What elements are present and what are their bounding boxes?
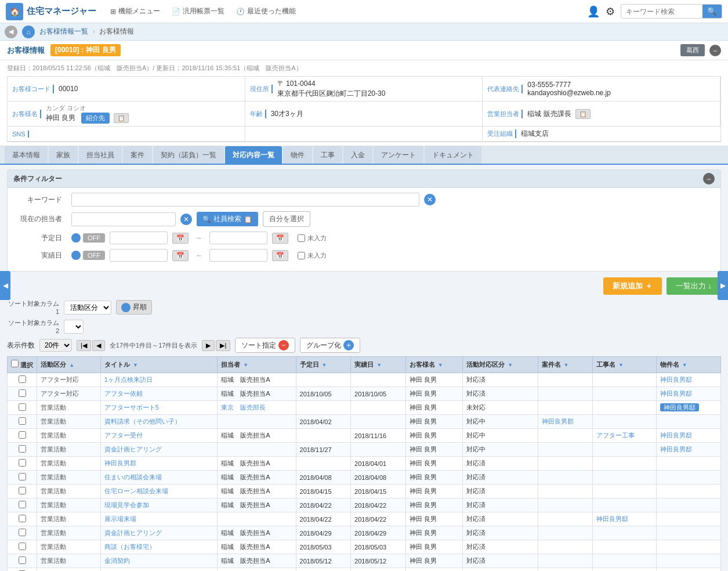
th-case-name[interactable]: 案件名 ▼ bbox=[538, 357, 592, 373]
th-actual[interactable]: 実績日 ▼ bbox=[351, 357, 406, 373]
breadcrumb-list[interactable]: お客様情報一覧 bbox=[39, 27, 88, 37]
title-link[interactable]: 住まいの相談会来場 bbox=[104, 474, 162, 480]
staff-input[interactable] bbox=[71, 212, 176, 226]
th-customer[interactable]: お客様名 ▼ bbox=[405, 357, 463, 373]
th-staff[interactable]: 担当者 ▼ bbox=[218, 357, 296, 373]
section-button[interactable]: 葛西 bbox=[680, 44, 705, 56]
tab-case[interactable]: 案件 bbox=[123, 146, 152, 164]
sort-col2-select[interactable] bbox=[64, 320, 84, 334]
row-checkbox[interactable] bbox=[19, 403, 26, 411]
tab-property[interactable]: 物件 bbox=[283, 146, 312, 164]
row-checkbox[interactable] bbox=[19, 389, 26, 397]
prev-page-btn[interactable]: ◀ bbox=[92, 340, 105, 351]
keyword-clear-btn[interactable]: ✕ bbox=[424, 194, 436, 205]
tab-family[interactable]: 家族 bbox=[49, 146, 78, 164]
title-link[interactable]: 資料請求（その他問い子） bbox=[104, 418, 181, 425]
export-button[interactable]: 一覧出力 ↓ bbox=[667, 277, 721, 295]
intro-button[interactable]: 紹介先 bbox=[81, 113, 110, 124]
property-link[interactable]: 神田良男邸 bbox=[660, 376, 692, 383]
self-select-btn[interactable]: 自分を選択 bbox=[263, 211, 310, 227]
tab-contract[interactable]: 契約（諾負）一覧 bbox=[153, 146, 224, 164]
row-checkbox[interactable] bbox=[19, 445, 26, 453]
back-button[interactable]: ◀ bbox=[5, 26, 17, 38]
side-nav-left[interactable]: ◀ bbox=[0, 271, 10, 300]
tab-staff[interactable]: 担当社員 bbox=[79, 146, 122, 164]
row-checkbox[interactable] bbox=[19, 431, 26, 439]
result-from-cal[interactable]: 📅 bbox=[172, 250, 189, 261]
staff-clear-btn[interactable]: ✕ bbox=[180, 214, 192, 225]
last-page-btn[interactable]: ▶| bbox=[216, 340, 230, 351]
menu-link[interactable]: ⊞ 機能メニュー bbox=[110, 6, 160, 16]
keyword-input[interactable] bbox=[71, 193, 419, 207]
search-input[interactable] bbox=[621, 5, 702, 18]
title-link[interactable]: 金消契約 bbox=[104, 557, 130, 564]
title-link[interactable]: アフター依頼 bbox=[104, 390, 143, 397]
property-link[interactable]: 神田良男邸 bbox=[660, 390, 692, 397]
construction-link[interactable]: アフター工事 bbox=[596, 432, 635, 439]
filter-collapse-btn[interactable]: － bbox=[703, 173, 715, 185]
group-btn[interactable]: グループ化 ＋ bbox=[300, 338, 360, 353]
row-checkbox[interactable] bbox=[19, 515, 26, 522]
title-link[interactable]: 展示場来場 bbox=[104, 515, 136, 522]
sort-spec-btn[interactable]: ソート指定 － bbox=[235, 338, 295, 353]
row-checkbox[interactable] bbox=[19, 459, 26, 467]
title-link[interactable]: 1ヶ月点検来訪日 bbox=[104, 376, 153, 383]
th-activity-type[interactable]: 活動区分 ▲ bbox=[37, 357, 101, 373]
title-link[interactable]: 商談（お客様宅） bbox=[104, 543, 155, 550]
result-uninput-check[interactable] bbox=[298, 252, 305, 259]
new-add-button[interactable]: 新規追加 ＋ bbox=[603, 277, 662, 295]
row-checkbox[interactable] bbox=[19, 417, 26, 425]
th-property-name[interactable]: 物件名 ▼ bbox=[656, 357, 720, 373]
row-checkbox[interactable] bbox=[19, 375, 26, 383]
result-from[interactable] bbox=[110, 249, 168, 262]
recent-link[interactable]: 🕐 最近使った機能 bbox=[236, 6, 296, 16]
group-plus[interactable]: ＋ bbox=[343, 340, 354, 350]
sort-col1-select[interactable]: 活動区分 bbox=[64, 301, 111, 315]
sort-spec-minus[interactable]: － bbox=[278, 340, 289, 350]
title-link[interactable]: アフター受付 bbox=[104, 432, 143, 439]
th-title[interactable]: タイトル ▼ bbox=[100, 357, 217, 373]
title-link[interactable]: 現場見学会参加 bbox=[104, 501, 149, 508]
title-link[interactable]: 資金計画ヒアリング bbox=[104, 529, 162, 536]
staff-link[interactable]: 東京 販売部長 bbox=[221, 404, 266, 411]
side-nav-right[interactable]: ▶ bbox=[718, 271, 728, 300]
result-to-cal[interactable]: 📅 bbox=[272, 250, 288, 261]
title-link[interactable]: 神田良男郡 bbox=[104, 460, 136, 467]
th-scheduled[interactable]: 予定日 ▼ bbox=[296, 357, 351, 373]
result-to[interactable] bbox=[209, 249, 267, 262]
settings-icon[interactable]: ⚙ bbox=[606, 5, 615, 18]
tab-basic[interactable]: 基本情報 bbox=[5, 146, 48, 164]
schedule-to-cal[interactable]: 📅 bbox=[272, 233, 288, 244]
th-response-type[interactable]: 活動対応区分 ▼ bbox=[463, 357, 538, 373]
home-button[interactable]: ⌂ bbox=[22, 26, 35, 38]
row-checkbox[interactable] bbox=[19, 556, 26, 564]
next-page-btn[interactable]: ▶ bbox=[202, 340, 215, 351]
row-checkbox[interactable] bbox=[19, 501, 26, 508]
per-page-select[interactable]: 20件 bbox=[39, 339, 72, 352]
copy-button[interactable]: 📋 bbox=[114, 113, 129, 123]
property-badge[interactable]: 神田良男邸 bbox=[660, 403, 699, 411]
case-link[interactable]: 神田良男郡 bbox=[542, 418, 574, 425]
row-checkbox[interactable] bbox=[19, 473, 26, 480]
tab-construction[interactable]: 工事 bbox=[313, 146, 342, 164]
tab-document[interactable]: ドキュメント bbox=[425, 146, 481, 164]
ledger-link[interactable]: 📄 汎用帳票一覧 bbox=[172, 6, 224, 16]
title-link[interactable]: 住宅ローン相談会来場 bbox=[104, 487, 168, 494]
schedule-to[interactable] bbox=[209, 232, 267, 244]
property-link[interactable]: 神田良男邸 bbox=[660, 432, 692, 439]
search-button[interactable]: 🔍 bbox=[702, 5, 722, 18]
row-checkbox[interactable] bbox=[19, 543, 26, 550]
th-construction-name[interactable]: 工事名 ▼ bbox=[592, 357, 656, 373]
schedule-from[interactable] bbox=[110, 232, 168, 244]
sales-copy-btn[interactable]: 📋 bbox=[575, 109, 591, 119]
staff-search-btn[interactable]: 🔍 社員検索 📋 bbox=[197, 212, 258, 226]
tab-response[interactable]: 対応内容一覧 bbox=[225, 146, 282, 164]
select-all-check[interactable] bbox=[11, 360, 19, 367]
title-link[interactable]: アフターサポート5 bbox=[104, 404, 159, 411]
row-checkbox[interactable] bbox=[19, 487, 26, 494]
tab-payment[interactable]: 入金 bbox=[343, 146, 372, 164]
schedule-uninput-check[interactable] bbox=[298, 234, 305, 242]
property-link[interactable]: 神田良男邸 bbox=[660, 446, 692, 453]
tab-survey[interactable]: アンケート bbox=[374, 146, 423, 164]
collapse-button[interactable]: － bbox=[709, 45, 721, 56]
